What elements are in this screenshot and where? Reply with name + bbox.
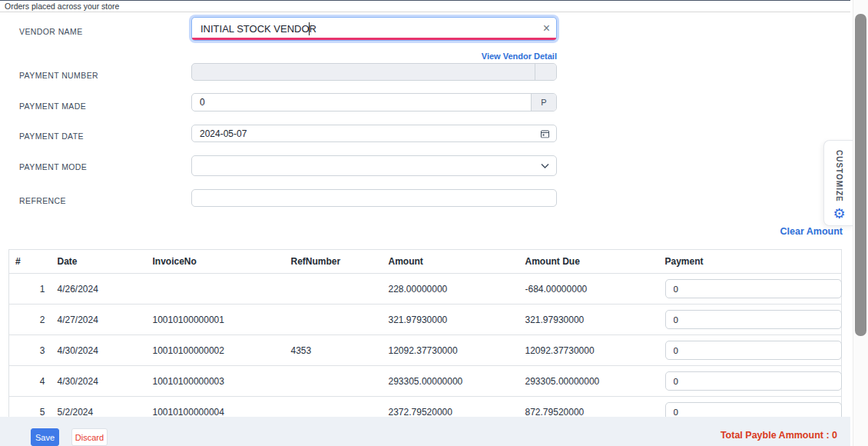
invoices-table: # Date InvoiceNo RefNumber Amount Amount… xyxy=(8,249,842,428)
payment-date-label: PAYMENT DATE xyxy=(19,131,84,141)
row-invoice-no: 10010100000002 xyxy=(147,335,285,366)
row-num: 3 xyxy=(9,335,51,366)
view-vendor-detail-link[interactable]: View Vendor Detail xyxy=(482,52,557,61)
total-payable-amount: Total Payble Ammount : 0 xyxy=(721,430,837,441)
vendor-name-label: VENDOR NAME xyxy=(19,27,83,36)
row-amount: 293305.00000000 xyxy=(383,366,519,397)
page-subtitle: Orders placed across your store xyxy=(5,2,119,11)
payment-made-addon-button[interactable]: P xyxy=(531,94,556,111)
header-divider xyxy=(0,12,850,12)
col-header-payment: Payment xyxy=(659,250,842,274)
chevron-down-icon xyxy=(541,163,549,168)
table-row: 1 4/26/2024 228.00000000 -684.00000000 xyxy=(9,274,842,305)
payment-amount-input[interactable] xyxy=(665,371,842,391)
refrence-input[interactable] xyxy=(191,189,557,207)
footer-action-bar: Save Discard Total Payble Ammount : 0 xyxy=(0,417,850,446)
payment-form-page: Orders placed across your store VENDOR N… xyxy=(0,0,868,446)
col-header-amountdue: Amount Due xyxy=(519,250,659,274)
payment-made-field: P xyxy=(191,93,557,112)
customize-tab-label: CUSTOMIZE xyxy=(835,150,843,202)
row-amount: 228.00000000 xyxy=(383,274,519,305)
row-num: 4 xyxy=(9,366,51,397)
row-amount: 12092.37730000 xyxy=(383,335,519,366)
clear-amount-link[interactable]: Clear Amount xyxy=(780,226,843,237)
refrence-label: REFRENCE xyxy=(19,196,66,205)
row-amount: 321.97930000 xyxy=(383,305,519,335)
payment-made-label: PAYMENT MADE xyxy=(19,102,86,111)
col-header-invoiceno: InvoiceNo xyxy=(147,250,285,274)
focus-underline xyxy=(192,38,556,40)
clear-vendor-icon[interactable]: × xyxy=(543,21,550,36)
row-ref-number xyxy=(285,305,383,335)
table-row: 3 4/30/2024 10010100000002 4353 12092.37… xyxy=(9,335,842,366)
payment-number-field xyxy=(191,63,557,81)
col-header-date: Date xyxy=(51,250,147,274)
payment-amount-input[interactable] xyxy=(665,310,842,329)
col-header-amount: Amount xyxy=(383,250,519,274)
payment-mode-select[interactable] xyxy=(191,155,557,176)
gear-icon[interactable]: ⚙ xyxy=(833,207,845,221)
text-cursor xyxy=(309,22,310,35)
row-invoice-no xyxy=(147,274,285,305)
vertical-scrollbar-thumb[interactable] xyxy=(855,14,866,336)
row-num: 2 xyxy=(9,305,51,335)
payment-mode-label: PAYMENT MODE xyxy=(19,162,87,171)
payment-date-input[interactable] xyxy=(191,125,557,142)
row-ref-number xyxy=(285,366,383,397)
payment-amount-input[interactable] xyxy=(665,279,842,298)
row-ref-number xyxy=(285,274,383,305)
payment-mode-field xyxy=(191,155,557,176)
payment-number-addon xyxy=(535,64,556,80)
table-row: 2 4/27/2024 10010100000001 321.97930000 … xyxy=(9,305,842,335)
payment-number-input[interactable] xyxy=(192,64,535,80)
row-amount-due: 12092.37730000 xyxy=(519,335,659,366)
table-row: 4 4/30/2024 10010100000003 293305.000000… xyxy=(9,366,842,397)
row-date: 4/27/2024 xyxy=(51,305,147,335)
payment-date-field xyxy=(191,125,557,142)
payment-number-label: PAYMENT NUMBER xyxy=(19,71,98,80)
col-header-refnumber: RefNumber xyxy=(285,250,383,274)
row-amount-due: 293305.00000000 xyxy=(519,366,659,397)
payment-amount-input[interactable] xyxy=(665,341,842,360)
vertical-scrollbar-track[interactable] xyxy=(853,0,868,446)
calendar-icon[interactable] xyxy=(541,129,549,138)
save-button[interactable]: Save xyxy=(31,428,59,446)
row-invoice-no: 10010100000001 xyxy=(147,305,285,335)
table-header-row: # Date InvoiceNo RefNumber Amount Amount… xyxy=(9,250,842,274)
payment-made-input[interactable] xyxy=(192,94,531,111)
row-num: 1 xyxy=(9,274,51,305)
row-ref-number: 4353 xyxy=(285,335,383,366)
row-date: 4/26/2024 xyxy=(51,274,147,305)
row-date: 4/30/2024 xyxy=(51,366,147,397)
row-date: 4/30/2024 xyxy=(51,335,147,366)
customize-tab[interactable]: CUSTOMIZE ⚙ xyxy=(823,140,854,226)
row-invoice-no: 10010100000003 xyxy=(147,366,285,397)
main-content: Orders placed across your store VENDOR N… xyxy=(0,0,850,446)
discard-button[interactable]: Discard xyxy=(71,428,108,446)
row-amount-due: -684.00000000 xyxy=(519,274,659,305)
row-amount-due: 321.97930000 xyxy=(519,305,659,335)
vendor-name-field: × xyxy=(191,17,557,41)
col-header-num: # xyxy=(9,250,51,274)
